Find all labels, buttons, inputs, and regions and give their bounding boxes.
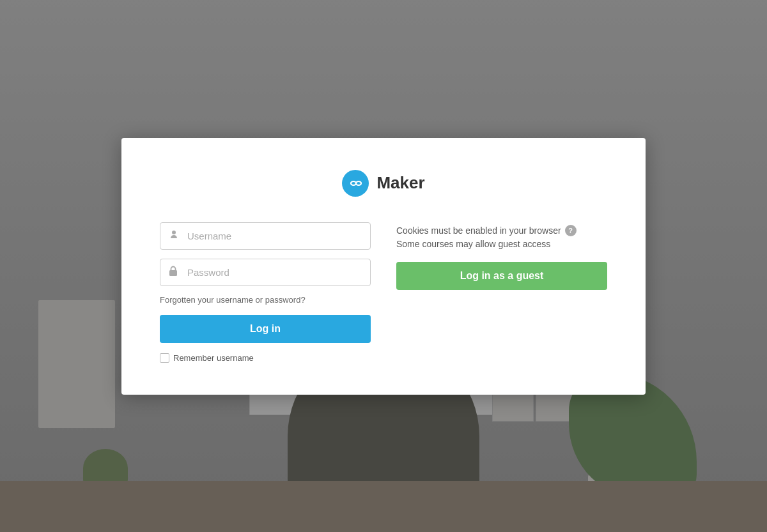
login-modal: Maker xyxy=(121,138,646,395)
login-button[interactable]: Log in xyxy=(160,315,371,343)
svg-point-0 xyxy=(351,181,356,185)
logo-area: Maker xyxy=(160,170,607,197)
app-logo-icon xyxy=(342,170,369,197)
help-icon[interactable]: ? xyxy=(565,225,577,236)
remember-checkbox[interactable] xyxy=(160,353,169,363)
lock-icon xyxy=(169,266,178,278)
svg-point-1 xyxy=(356,181,361,185)
svg-rect-2 xyxy=(169,270,177,276)
guest-info-text: Some courses may allow guest access xyxy=(396,239,607,249)
guest-section: Cookies must be enabled in your browser … xyxy=(396,222,607,290)
login-form: Forgotten your username or password? Log… xyxy=(160,222,371,363)
modal-overlay: Maker xyxy=(0,0,767,532)
guest-login-button[interactable]: Log in as a guest xyxy=(396,262,607,290)
cookies-notice: Cookies must be enabled in your browser … xyxy=(396,225,607,236)
app-title: Maker xyxy=(376,173,424,193)
user-icon xyxy=(169,229,179,242)
username-input[interactable] xyxy=(160,222,371,250)
remember-row: Remember username xyxy=(160,353,371,363)
password-input[interactable] xyxy=(160,259,371,286)
forgot-password-link[interactable]: Forgotten your username or password? xyxy=(160,295,371,305)
cookies-text-line1: Cookies must be enabled in your browser xyxy=(396,225,561,236)
remember-label: Remember username xyxy=(173,353,254,363)
username-group xyxy=(160,222,371,250)
content-grid: Forgotten your username or password? Log… xyxy=(160,222,607,363)
password-group xyxy=(160,259,371,286)
logo-svg xyxy=(347,175,364,192)
